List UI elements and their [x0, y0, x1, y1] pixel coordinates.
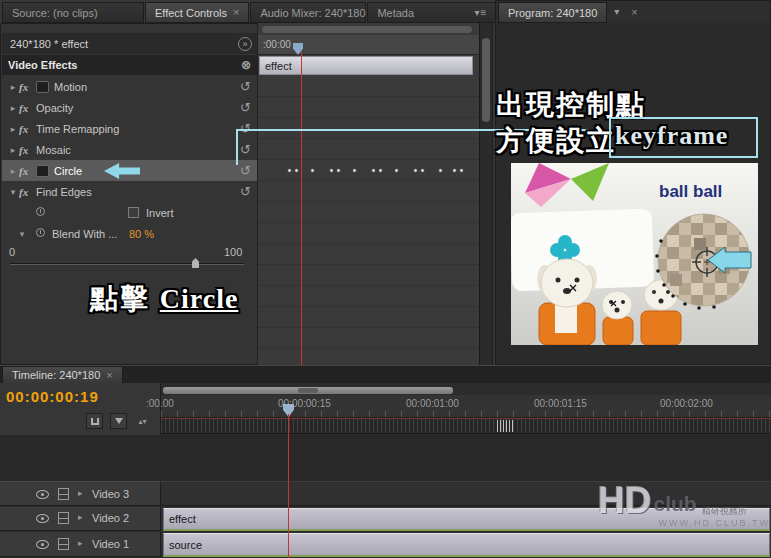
reset-effect-button[interactable]: ↺ — [240, 79, 251, 94]
watermark-club: club — [653, 492, 696, 516]
eye-icon[interactable] — [36, 514, 49, 523]
reset-effect-button[interactable]: ↺ — [240, 142, 251, 157]
effect-row-find-edges[interactable]: ▾fx Find Edges ↺ — [2, 181, 257, 202]
tab-program-label: Program: 240*180 — [508, 7, 597, 19]
annotation-circle-word: Circle — [160, 283, 239, 314]
effect-row-motion[interactable]: ▸fx Motion ↺ — [2, 76, 257, 97]
twirl-icon[interactable]: ▸ — [78, 512, 83, 522]
blend-value[interactable]: 80 % — [129, 228, 154, 240]
twirl-icon[interactable]: ▸ — [7, 82, 19, 92]
keyframe-callout-box: keyframe — [609, 117, 758, 158]
tab-timeline[interactable]: Timeline: 240*180× — [2, 366, 123, 384]
close-icon[interactable]: × — [106, 370, 112, 381]
work-area-bar[interactable] — [163, 387, 453, 394]
playhead-line[interactable] — [288, 414, 289, 558]
twirl-icon[interactable]: ▾ — [7, 187, 19, 197]
effect-label: Find Edges — [36, 186, 92, 198]
keyframe-dot[interactable] — [378, 168, 383, 173]
tab-audio-mixer[interactable]: Audio Mixer: 240*180 — [250, 2, 366, 23]
track-header-video2[interactable]: ▸ Video 2 — [0, 507, 161, 531]
mini-effect-clip-bar[interactable]: effect — [259, 56, 473, 75]
keyframe-dot[interactable] — [394, 168, 399, 173]
tab-source[interactable]: Source: (no clips) — [2, 2, 144, 23]
keyframe-dot[interactable] — [310, 168, 315, 173]
fx-badge: fx — [19, 123, 36, 135]
keyframe-dot[interactable] — [452, 168, 457, 173]
mini-ruler-label: :00:00 — [263, 39, 291, 50]
close-icon[interactable]: × — [233, 7, 239, 18]
track-header-video3[interactable]: ▸ Video 3 — [0, 481, 161, 506]
track-header-video1[interactable]: ▸ Video 1 — [0, 532, 161, 557]
stopwatch-icon[interactable] — [36, 228, 45, 237]
twirl-icon[interactable]: ▸ — [7, 145, 19, 155]
slider-track[interactable] — [10, 263, 244, 265]
twirl-icon[interactable]: ▸ — [78, 488, 83, 498]
keyframe-dot[interactable] — [438, 168, 443, 173]
left-tab-strip: Source: (no clips) Effect Controls× Audi… — [2, 2, 497, 23]
toggle-effects-icon[interactable]: ⊗ — [241, 58, 251, 72]
panel-menu-icon[interactable]: ▾≡ — [475, 7, 488, 18]
watermark: HD club 精研視務所 WWW.HD.CLUB.TW — [598, 486, 770, 528]
reset-effect-button[interactable]: ↺ — [240, 184, 251, 199]
ruler-tick-label: :00.00 — [146, 398, 174, 409]
effect-label: Mosaic — [36, 144, 71, 156]
slider-handle[interactable] — [192, 258, 199, 268]
mini-playhead-line[interactable] — [301, 43, 302, 365]
clip-source[interactable]: source — [163, 533, 770, 557]
keyframe-dot[interactable] — [352, 168, 357, 173]
reset-effect-button[interactable]: ↺ — [240, 100, 251, 115]
vertical-scrollbar[interactable] — [479, 23, 492, 365]
eye-icon[interactable] — [36, 540, 49, 549]
twirl-icon[interactable]: ▸ — [7, 124, 19, 134]
effect-label: Opacity — [36, 102, 73, 114]
annotation-keyframe-prefix: 方便設立 — [496, 122, 616, 160]
set-marker-button[interactable] — [110, 413, 127, 429]
keyframe-dot[interactable] — [459, 168, 464, 173]
twirl-icon[interactable]: ▸ — [7, 103, 19, 113]
scrollbar-thumb[interactable] — [482, 38, 490, 122]
stopwatch-icon[interactable] — [36, 207, 45, 216]
invert-label: Invert — [146, 207, 174, 219]
tab-effect-controls[interactable]: Effect Controls× — [145, 2, 249, 23]
tab-metadata[interactable]: Metada▾≡ — [367, 2, 497, 23]
marker-nav-button[interactable]: ▴▾ — [134, 413, 151, 429]
timeline-empty-area — [0, 435, 771, 481]
keyframe-dot[interactable] — [371, 168, 376, 173]
horizontal-scrollbar[interactable] — [262, 26, 472, 33]
snap-icon — [91, 418, 99, 425]
tab-program[interactable]: Program: 240*180 — [498, 2, 607, 23]
keyframe-dot[interactable] — [287, 168, 292, 173]
panel-menu-icon[interactable]: ▾ — [614, 6, 620, 23]
invert-checkbox[interactable] — [128, 207, 139, 218]
twirl-icon[interactable]: ▾ — [16, 229, 28, 239]
twirl-icon[interactable]: ▸ — [78, 538, 83, 548]
reset-effect-button[interactable]: ↺ — [240, 163, 251, 178]
snap-button[interactable] — [86, 413, 103, 429]
tab-audio-mixer-label: Audio Mixer: 240*180 — [260, 7, 365, 19]
twirl-icon[interactable]: ▸ — [7, 166, 19, 176]
slider-min-label: 0 — [9, 246, 15, 258]
mini-ruler[interactable]: :00:00 — [258, 35, 479, 55]
keyframe-dot[interactable] — [420, 168, 425, 173]
invert-property-row: Invert — [2, 202, 257, 223]
close-icon[interactable]: × — [631, 7, 637, 23]
fx-badge: fx — [19, 144, 36, 156]
show-timeline-view-button[interactable]: » — [238, 37, 252, 51]
effect-row-time-remapping[interactable]: ▸fx Time Remapping ↺ — [2, 118, 257, 139]
blend-label: Blend With ... — [52, 228, 117, 240]
timecode-display[interactable]: 00:00:00:19 — [6, 388, 99, 405]
keyframe-dot[interactable] — [329, 168, 334, 173]
video-effects-header: Video Effects ⊗ — [2, 55, 257, 75]
effect-label: Circle — [54, 165, 82, 177]
eye-icon[interactable] — [36, 490, 49, 499]
work-area-grip[interactable] — [298, 388, 318, 393]
tab-effect-controls-label: Effect Controls — [155, 7, 227, 19]
fx-badge: fx — [19, 81, 36, 93]
effect-row-opacity[interactable]: ▸fx Opacity ↺ — [2, 97, 257, 118]
effect-row-mosaic[interactable]: ▸fx Mosaic ↺ — [2, 139, 257, 160]
keyframe-dot[interactable] — [294, 168, 299, 173]
annotation-text: 點擊 — [90, 283, 150, 314]
keyframe-dot[interactable] — [413, 168, 418, 173]
keyframe-dot[interactable] — [336, 168, 341, 173]
circle-effect-icon — [36, 165, 49, 177]
